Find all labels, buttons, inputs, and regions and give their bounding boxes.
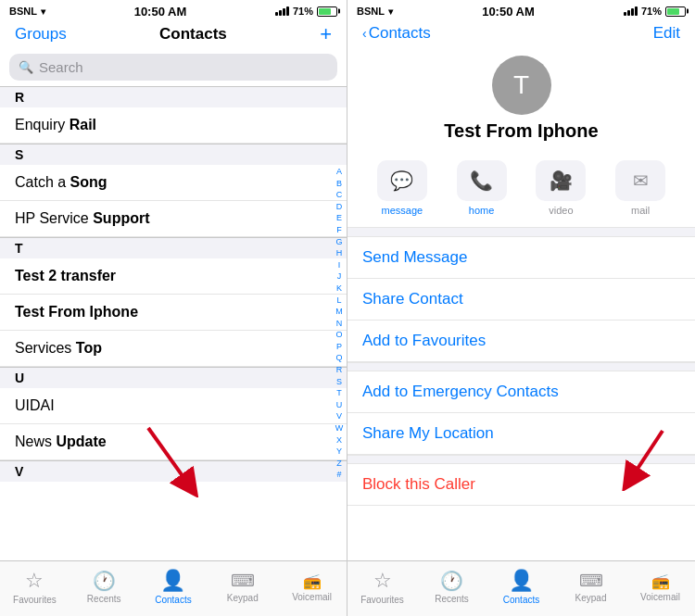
tab-label-right: Contacts bbox=[503, 595, 539, 605]
tab-bar-left: ☆ Favourites 🕐 Recents 👤 Contacts ⌨ Keyp… bbox=[0, 560, 347, 616]
nav-bar-right: ‹ Contacts Edit bbox=[348, 20, 695, 48]
section-r: R bbox=[0, 86, 347, 107]
send-message-item[interactable]: Send Message bbox=[348, 237, 695, 279]
search-placeholder: Search bbox=[39, 59, 83, 75]
tab-label: Recents bbox=[87, 594, 121, 604]
alphabet-index[interactable]: A B C D E F G H I J K L M N O P Q R S T … bbox=[332, 86, 347, 560]
bar4 bbox=[635, 6, 638, 16]
bar2 bbox=[279, 10, 282, 16]
share-contact-item[interactable]: Share Contact bbox=[348, 279, 695, 321]
back-button[interactable]: ‹ Contacts bbox=[362, 24, 431, 43]
tab-favourites-left[interactable]: ☆ Favourites bbox=[0, 569, 70, 605]
battery-percent-right: 71% bbox=[641, 6, 662, 17]
list-item[interactable]: News Update bbox=[0, 424, 347, 460]
section-t: T bbox=[0, 237, 347, 258]
add-favourites-item[interactable]: Add to Favourites bbox=[348, 321, 695, 362]
signal-bars-right bbox=[624, 6, 638, 16]
action-phone[interactable]: 📞 home bbox=[442, 160, 522, 216]
voicemail-icon-right: 📻 bbox=[651, 572, 670, 590]
menu-list: Send Message Share Contact Add to Favour… bbox=[348, 228, 695, 560]
list-item[interactable]: Enquiry Rail bbox=[0, 107, 347, 144]
contacts-icon-right: 👤 bbox=[509, 569, 534, 593]
list-item[interactable]: Test 2 transfer bbox=[0, 258, 347, 295]
add-contact-button[interactable]: + bbox=[320, 24, 332, 44]
tab-label: Favourites bbox=[13, 595, 57, 605]
action-icons-row: 💬 message 📞 home 🎥 video ✉ mail bbox=[348, 153, 695, 228]
tab-recents-left[interactable]: 🕐 Recents bbox=[70, 570, 139, 604]
battery-icon-right bbox=[665, 6, 686, 17]
status-right-right: 71% bbox=[624, 6, 686, 17]
action-label-mail: mail bbox=[631, 205, 650, 216]
contacts-title: Contacts bbox=[159, 25, 227, 44]
tab-label-right: Recents bbox=[435, 594, 469, 604]
avatar-initial: T bbox=[513, 70, 529, 100]
right-panel: BSNL ▾ 10:50 AM 71% ‹ Contacts Edit T bbox=[348, 0, 695, 616]
tab-recents-right[interactable]: 🕐 Recents bbox=[417, 570, 486, 604]
status-left: BSNL ▾ bbox=[9, 6, 45, 17]
action-label-phone: home bbox=[469, 205, 495, 216]
tab-label-right: Voicemail bbox=[640, 592, 680, 602]
tab-keypad-left[interactable]: ⌨ Keypad bbox=[208, 571, 277, 603]
voicemail-icon: 📻 bbox=[303, 572, 322, 590]
list-item[interactable]: HP Service Support bbox=[0, 201, 347, 237]
star-icon: ☆ bbox=[25, 569, 44, 593]
tab-voicemail-right[interactable]: 📻 Voicemail bbox=[626, 572, 695, 602]
action-label-message: message bbox=[382, 205, 423, 216]
menu-separator bbox=[348, 362, 695, 371]
list-item[interactable]: UIDAI bbox=[0, 388, 347, 424]
search-bar[interactable]: 🔍 Search bbox=[9, 54, 337, 81]
contact-list: R Enquiry Rail S Catch a Song HP Service… bbox=[0, 86, 347, 560]
status-bar-left: BSNL ▾ 10:50 AM 71% bbox=[0, 0, 347, 20]
chevron-icon: ‹ bbox=[362, 26, 367, 41]
avatar: T bbox=[492, 56, 551, 115]
keypad-icon: ⌨ bbox=[231, 571, 255, 591]
action-message[interactable]: 💬 message bbox=[362, 160, 442, 216]
star-icon-right: ☆ bbox=[373, 569, 392, 593]
tab-contacts-right[interactable]: 👤 Contacts bbox=[486, 569, 556, 605]
video-icon-box: 🎥 bbox=[536, 160, 586, 201]
menu-separator-2 bbox=[348, 455, 695, 464]
bar4 bbox=[286, 6, 289, 16]
contacts-icon: 👤 bbox=[160, 569, 185, 593]
groups-button[interactable]: Groups bbox=[15, 25, 67, 44]
status-right-left: 71% bbox=[275, 6, 337, 17]
list-item[interactable]: Catch a Song bbox=[0, 165, 347, 201]
share-location-item[interactable]: Share My Location bbox=[348, 413, 695, 455]
action-mail[interactable]: ✉ mail bbox=[600, 160, 680, 216]
block-caller-item[interactable]: Block this Caller bbox=[348, 464, 695, 506]
action-video[interactable]: 🎥 video bbox=[522, 160, 601, 216]
mail-icon-box: ✉ bbox=[615, 160, 665, 201]
left-panel: BSNL ▾ 10:50 AM 71% Groups Contacts + 🔍 … bbox=[0, 0, 348, 616]
keypad-icon-right: ⌨ bbox=[579, 571, 603, 591]
search-icon: 🔍 bbox=[19, 60, 33, 74]
section-v: V bbox=[0, 460, 347, 482]
tab-label: Voicemail bbox=[292, 592, 332, 602]
tab-voicemail-left[interactable]: 📻 Voicemail bbox=[277, 572, 347, 602]
time-left: 10:50 AM bbox=[134, 5, 187, 19]
edit-button[interactable]: Edit bbox=[653, 24, 680, 43]
list-item[interactable]: Services Top bbox=[0, 331, 347, 367]
add-emergency-item[interactable]: Add to Emergency Contacts bbox=[348, 371, 695, 413]
tab-bar-right: ☆ Favourites 🕐 Recents 👤 Contacts ⌨ Keyp… bbox=[348, 560, 695, 616]
nav-bar-left: Groups Contacts + bbox=[0, 20, 347, 50]
menu-spacer-top bbox=[348, 228, 695, 237]
carrier-right: BSNL bbox=[357, 6, 385, 17]
tab-favourites-right[interactable]: ☆ Favourites bbox=[348, 569, 417, 605]
tab-label: Keypad bbox=[227, 593, 259, 603]
signal-bars bbox=[275, 6, 289, 16]
tab-keypad-right[interactable]: ⌨ Keypad bbox=[556, 571, 626, 603]
battery-icon-left bbox=[317, 6, 337, 17]
tab-label: Contacts bbox=[155, 595, 191, 605]
tab-contacts-left[interactable]: 👤 Contacts bbox=[139, 569, 208, 605]
bar3 bbox=[283, 8, 285, 16]
contact-name: Test From Iphone bbox=[444, 120, 598, 142]
list-item[interactable]: Test From Iphone bbox=[0, 295, 347, 331]
tab-label-right: Favourites bbox=[360, 595, 404, 605]
status-left-right: BSNL ▾ bbox=[357, 6, 393, 17]
phone-icon-box: 📞 bbox=[457, 160, 507, 201]
bar2 bbox=[627, 10, 630, 16]
bar1 bbox=[275, 12, 278, 16]
wifi-icon-right: ▾ bbox=[388, 6, 393, 17]
battery-fill bbox=[319, 8, 331, 15]
tab-label-right: Keypad bbox=[575, 593, 607, 603]
